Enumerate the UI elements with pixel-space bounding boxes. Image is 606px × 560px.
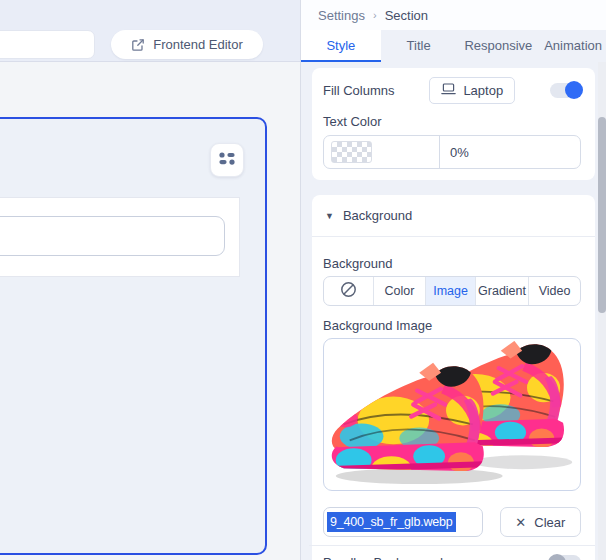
- parallax-background-row: Parallax Background: [323, 555, 581, 560]
- bg-type-gradient[interactable]: Gradient: [476, 277, 529, 305]
- background-card: ▼ Background Background Color: [312, 195, 595, 560]
- canvas-topbar: Frontend Editor: [0, 0, 300, 62]
- chevron-right-icon: ›: [373, 9, 377, 21]
- external-link-icon: [131, 38, 145, 52]
- tab-style[interactable]: Style: [301, 30, 381, 62]
- canvas-form-input[interactable]: [0, 216, 225, 256]
- frontend-editor-label: Frontend Editor: [153, 37, 243, 52]
- sliders-icon: [219, 151, 235, 169]
- settings-panel: Settings › Section Style Title Responsiv…: [300, 0, 606, 560]
- device-selector-button[interactable]: Laptop: [429, 77, 515, 104]
- close-icon: ✕: [515, 515, 526, 530]
- fill-columns-label: Fill Columns: [323, 83, 395, 98]
- bg-type-none[interactable]: [324, 277, 374, 305]
- general-settings-card: Fill Columns Laptop Text Color: [312, 68, 595, 180]
- text-color-control: 0%: [323, 135, 581, 169]
- divider: [309, 545, 595, 546]
- bg-type-image[interactable]: Image: [426, 277, 476, 305]
- caret-down-icon: ▼: [325, 211, 334, 221]
- tab-title[interactable]: Title: [381, 30, 457, 62]
- background-section-body: Background Color Image Gradient Video: [312, 237, 595, 560]
- image-filename-value: 9_400_sb_fr_glb.webp: [327, 512, 456, 532]
- tab-animation[interactable]: Animation: [540, 30, 606, 62]
- fill-columns-toggle[interactable]: [550, 83, 581, 98]
- device-selector-label: Laptop: [463, 83, 503, 98]
- laptop-icon: [441, 83, 456, 98]
- color-swatch-cell[interactable]: [324, 136, 440, 168]
- parallax-background-label: Parallax Background: [323, 555, 443, 560]
- background-section-title: Background: [343, 208, 412, 223]
- text-color-value[interactable]: 0%: [440, 145, 469, 160]
- panel-scrollbar-thumb[interactable]: [598, 117, 606, 313]
- bg-type-video[interactable]: Video: [529, 277, 580, 305]
- panel-tabs: Style Title Responsive Animation: [301, 30, 606, 62]
- background-image-preview[interactable]: [323, 338, 581, 491]
- toggle-knob: [565, 81, 583, 99]
- sneakers-image: [326, 341, 578, 488]
- none-icon: [340, 281, 357, 301]
- clear-button-label: Clear: [534, 515, 565, 530]
- image-filename-input[interactable]: 9_400_sb_fr_glb.webp: [323, 507, 483, 537]
- toggle-knob: [548, 554, 566, 560]
- background-image-file-row: 9_400_sb_fr_glb.webp ✕ Clear: [323, 507, 581, 537]
- parallax-background-toggle[interactable]: [550, 555, 581, 560]
- section-options-button[interactable]: [210, 143, 244, 177]
- background-type-label: Background: [323, 256, 581, 271]
- breadcrumb-settings[interactable]: Settings: [318, 8, 365, 23]
- selected-section-outline[interactable]: [0, 117, 267, 555]
- breadcrumb: Settings › Section: [301, 0, 606, 30]
- background-type-segmented-control: Color Image Gradient Video: [323, 276, 581, 306]
- panel-content: Fill Columns Laptop Text Color: [302, 62, 606, 560]
- background-section-header[interactable]: ▼ Background: [312, 195, 595, 237]
- transparent-color-swatch: [331, 141, 372, 163]
- tab-responsive[interactable]: Responsive: [456, 30, 540, 62]
- topbar-input[interactable]: [0, 30, 95, 59]
- background-image-label: Background Image: [323, 318, 581, 333]
- bg-type-color[interactable]: Color: [374, 277, 426, 305]
- text-color-label: Text Color: [323, 114, 581, 129]
- breadcrumb-section: Section: [385, 8, 428, 23]
- clear-image-button[interactable]: ✕ Clear: [500, 507, 581, 537]
- frontend-editor-button[interactable]: Frontend Editor: [111, 30, 263, 59]
